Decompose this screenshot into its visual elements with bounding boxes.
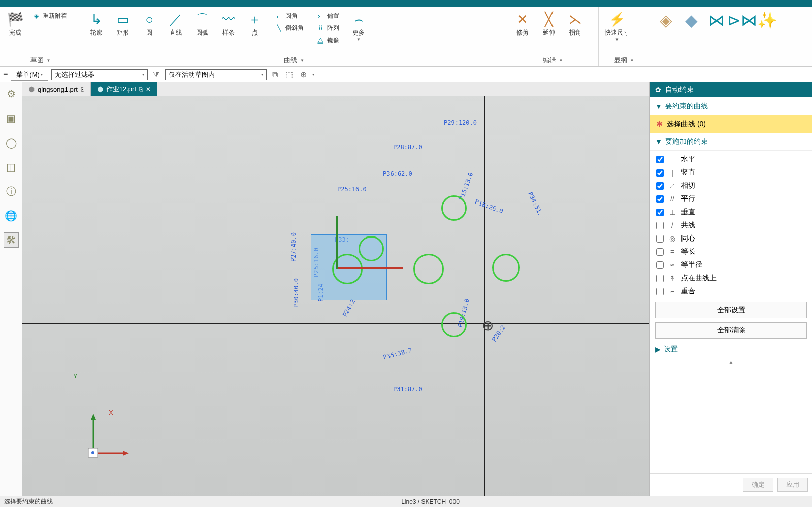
sketch-circle[interactable] [413,254,444,284]
profile-button[interactable]: ↳轮廓 [83,8,110,39]
scope-combo[interactable]: 仅在活动草图内▾ [165,69,267,80]
left-toolbar: ⚙ ▣ ◯ ◫ ⓘ 🌐 🛠 [0,82,22,496]
sketch-group-label[interactable]: 草图▼ [2,54,79,66]
select-curve-row[interactable]: ✱ 选择曲线 (0) [650,115,812,133]
collinear-icon: / [668,221,677,229]
concentric-icon: ◎ [668,234,677,243]
point-button[interactable]: ＋点 [242,8,268,39]
sub-icon-2[interactable]: ⬚ [284,69,295,80]
tool-icon-4[interactable]: ⊳⋈ [733,11,751,29]
fillet-button[interactable]: ⌐圆角 [271,10,307,21]
sub-icon-1[interactable]: ⧉ [270,69,281,80]
dim-p29[interactable]: P29:120.0 [444,119,477,126]
set-all-button[interactable]: 全部设置 [655,302,807,318]
required-star-icon: ✱ [656,119,663,129]
chamfer-button[interactable]: ╲倒斜角 [271,22,307,33]
ok-button[interactable]: 确定 [743,478,773,492]
cube-icon[interactable]: ▣ [4,111,19,126]
rectangle-button[interactable]: ▭矩形 [110,8,136,39]
pattern-button[interactable]: ⁞⁞阵列 [313,22,342,33]
constraint-vertical[interactable]: |竖直 [650,166,812,179]
dim-p27[interactable]: P27:40.0 [290,232,297,262]
dim-p35[interactable]: P35:38.7 [382,347,412,361]
dim-p34[interactable]: P34:51. [527,191,544,217]
sketch-circle[interactable] [492,254,520,282]
tool-icon-3[interactable]: ⋈ [707,11,726,29]
tool-icon-2[interactable]: ◆ [682,11,700,29]
sketch-circle[interactable] [359,236,384,261]
corner-button[interactable]: ⋋拐角 [562,8,589,39]
sketch-canvas[interactable]: P29:120.0 P28:87.0 P36:62.0 P25:16.0 P18… [22,96,649,496]
mirror-button[interactable]: ⧋镜像 [313,35,342,46]
constraint-point-on-curve[interactable]: ↟点在曲线上 [650,272,812,285]
constraint-equal-length[interactable]: =等长 [650,245,812,258]
dim-p24[interactable]: P24:2 [341,298,356,318]
constraint-parallel[interactable]: //平行 [650,192,812,206]
apply-button[interactable]: 应用 [777,478,808,492]
status-left: 选择要约束的曲线 [4,497,53,506]
circle-button[interactable]: ○圆 [136,8,163,39]
constraint-concentric[interactable]: ◎同心 [650,232,812,245]
box-icon[interactable]: ◫ [4,159,19,175]
dim-p18[interactable]: P18:26.0 [474,198,504,215]
line-button[interactable]: ／直线 [163,8,189,39]
funnel-icon[interactable]: ⧩ [151,69,162,80]
dim-p28[interactable]: P28:87.0 [393,144,423,151]
constraint-horizontal[interactable]: —水平 [650,153,812,166]
edit-group-label[interactable]: 编辑▼ [509,54,596,66]
offset-button[interactable]: ⪽偏置 [313,10,342,21]
panel-header[interactable]: ✿ 自动约束 [650,82,812,97]
rectangle-icon: ▭ [114,10,132,28]
arc-button[interactable]: ⌒圆弧 [189,8,215,39]
tool-icon-5[interactable]: ✨ [758,11,776,29]
dim-p30[interactable]: P30:40.0 [293,278,300,308]
auto-constraint-panel: ✿ 自动约束 ▼ 要约束的曲线 ✱ 选择曲线 (0) ▼ 要施加的约束 —水平 … [649,82,812,496]
finish-button[interactable]: 🏁 完成 [2,8,28,39]
hamburger-icon[interactable]: ≡ [3,70,8,79]
dim-p25_16[interactable]: P25:16.0 [337,186,367,193]
curves-section-header[interactable]: ▼ 要约束的曲线 [650,97,812,115]
dim-p31[interactable]: P31:87.0 [393,386,423,393]
equal-length-icon: = [668,248,677,256]
collapse-handle[interactable]: ▲ [650,358,812,366]
reattach-button[interactable]: ◈ 重新附着 [28,10,70,21]
globe-icon[interactable]: 🌐 [4,208,19,223]
extend-button[interactable]: ╳延伸 [536,8,562,39]
tool-icon-1[interactable]: ◈ [657,11,675,29]
constraint-list: —水平 |竖直 ⟋相切 //平行 ⊥垂直 /共线 ◎同心 =等长 ≈等半径 ↟点… [650,151,812,300]
constraint-coincident[interactable]: ⌐重合 [650,285,812,298]
rapid-dim-button[interactable]: ⚡快速尺寸▼ [601,8,633,44]
constraint-collinear[interactable]: /共线 [650,219,812,232]
info-icon[interactable]: ⓘ [4,184,19,199]
view-triad[interactable]: Y X [68,413,129,465]
tab-qingsong1[interactable]: ⬢ qingsong1.prt ⎘ [22,82,91,96]
constraint-tangent[interactable]: ⟋相切 [650,179,812,192]
dimension-group-label[interactable]: 显纲▼ [601,54,647,66]
dim-p36[interactable]: P36:62.0 [383,170,412,177]
clear-all-button[interactable]: 全部清除 [655,322,807,339]
finish-flag-icon: 🏁 [6,10,24,28]
constraints-section-header[interactable]: ▼ 要施加的约束 [650,133,812,151]
tools-icon[interactable]: 🛠 [4,232,19,248]
sketch-circle[interactable] [441,312,467,337]
sub-icon-3[interactable]: ⊕ [298,69,309,80]
more-curves-button[interactable]: ⌢更多▼ [345,8,372,44]
close-icon[interactable]: ✕ [146,86,151,93]
constraint-equal-radius[interactable]: ≈等半径 [650,258,812,272]
vertical-axis [484,96,485,496]
tab-zuoye12[interactable]: ⬢ 作业12.prt ⎘ ✕ [91,82,157,96]
curve-group-label[interactable]: 曲线▼ [83,54,505,66]
ring-icon[interactable]: ◯ [4,135,19,150]
line-icon: ／ [167,10,185,28]
filter-combo[interactable]: 无选择过滤器▾ [51,69,148,80]
settings-section-header[interactable]: ▶ 设置 [650,341,812,358]
constraint-perpendicular[interactable]: ⊥垂直 [650,206,812,219]
spline-button[interactable]: 〰样条 [215,8,242,39]
trim-button[interactable]: ✕修剪 [509,8,536,39]
part-icon: ⬢ [28,85,35,93]
sketch-circle[interactable] [441,195,467,221]
gear-icon[interactable]: ⚙ [4,86,19,102]
sub-dropdown[interactable]: ▾ [312,72,314,77]
menu-button[interactable]: 菜单(M) ▾ [11,69,48,81]
reattach-label: 重新附着 [43,12,67,20]
